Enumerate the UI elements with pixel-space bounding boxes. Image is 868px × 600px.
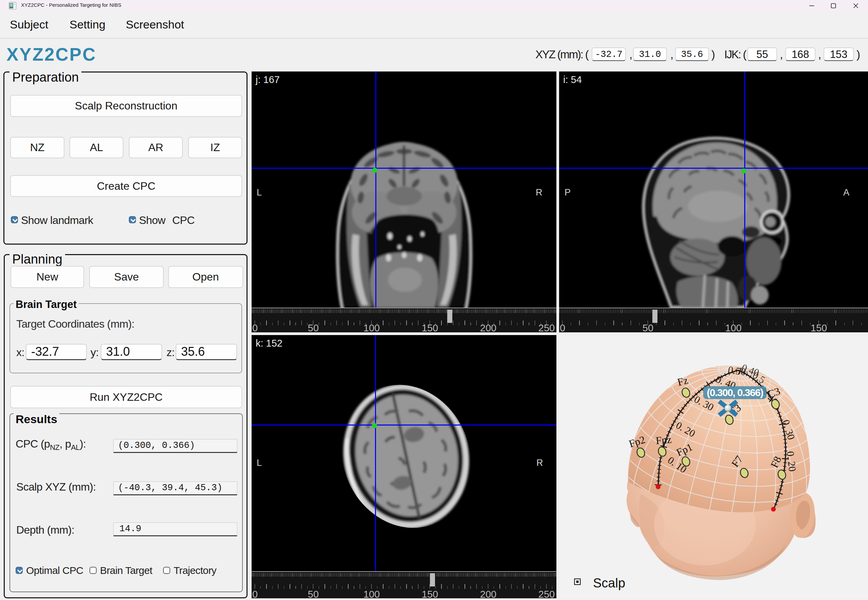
svg-text:Fpz: Fpz — [655, 433, 672, 447]
svg-text:0. 20: 0. 20 — [785, 451, 798, 472]
